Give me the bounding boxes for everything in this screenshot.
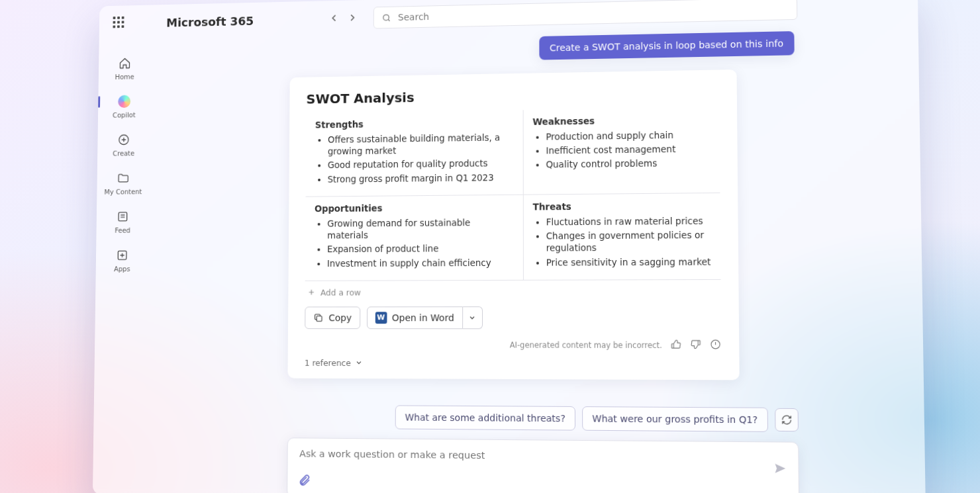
assistant-card: SWOT Analysis Strengths Offers sustainab…: [287, 69, 739, 380]
plus-icon: [307, 289, 315, 296]
rail-apps[interactable]: Apps: [114, 248, 130, 273]
open-in-word-button[interactable]: W Open in Word: [366, 306, 462, 329]
list-item: Strong gross profit margin in Q1 2023: [328, 171, 514, 185]
paperclip-icon: [298, 472, 311, 486]
card-actions: Copy W Open in Word: [305, 306, 721, 329]
composer: [287, 437, 799, 493]
rail-copilot[interactable]: Copilot: [113, 94, 136, 118]
alert-icon: [710, 338, 722, 349]
feed-icon: [116, 210, 130, 224]
rail-home-label: Home: [115, 73, 134, 81]
rail-copilot-label: Copilot: [113, 111, 136, 119]
rail-home[interactable]: Home: [115, 56, 135, 81]
word-icon: W: [375, 312, 387, 324]
copy-button-label: Copy: [328, 312, 352, 323]
search-input[interactable]: Search: [373, 0, 798, 29]
swot-weaknesses-cell: Weaknesses Production and supply chain I…: [523, 107, 720, 195]
svg-rect-2: [119, 212, 127, 221]
create-icon: [117, 132, 130, 147]
list-item: Price sensitivity in a sagging market: [546, 255, 711, 268]
rail-feed-label: Feed: [115, 226, 130, 234]
chevron-down-icon: [355, 359, 363, 367]
forward-button[interactable]: [348, 12, 357, 24]
chevron-down-icon: [468, 314, 476, 322]
swot-strengths-heading: Strengths: [315, 116, 514, 130]
thumbs-down-icon: [690, 338, 702, 349]
list-item: Growing demand for sustainable materials: [327, 216, 513, 242]
rail-mycontent-label: My Content: [104, 187, 142, 195]
folder-icon: [117, 171, 130, 185]
swot-weaknesses-heading: Weaknesses: [532, 114, 710, 127]
report-button[interactable]: [710, 338, 722, 351]
swot-threats-heading: Threats: [532, 200, 710, 212]
composer-input[interactable]: [298, 447, 765, 464]
card-title: SWOT Analysis: [306, 85, 719, 107]
add-row-button[interactable]: Add a row: [307, 287, 720, 297]
open-in-word-label: Open in Word: [392, 312, 454, 323]
thumbs-up-icon: [670, 338, 682, 349]
copilot-icon: [117, 95, 131, 109]
back-button[interactable]: [330, 13, 339, 25]
list-item: Expansion of product line: [327, 242, 514, 255]
suggestions-row: What are some additional threats? What w…: [395, 405, 799, 432]
refresh-icon: [781, 414, 793, 426]
open-in-word-split: W Open in Word: [366, 306, 482, 329]
copy-button[interactable]: Copy: [305, 306, 360, 329]
send-button[interactable]: [773, 461, 787, 478]
rail-feed[interactable]: Feed: [115, 210, 130, 234]
references-label: 1 reference: [305, 358, 351, 368]
svg-rect-4: [317, 316, 322, 321]
list-item: Good reputation for quality products: [328, 157, 514, 171]
list-item: Investment in supply chain efficiency: [327, 256, 514, 269]
send-icon: [773, 461, 787, 475]
swot-opportunities-heading: Opportunities: [315, 202, 514, 214]
home-icon: [118, 56, 132, 71]
suggestion-chip-2[interactable]: What were our gross profits in Q1?: [582, 406, 768, 432]
suggestion-chip-1[interactable]: What are some additional threats?: [395, 405, 575, 430]
list-item: Inefficient cost management: [546, 143, 710, 157]
thumbs-down-button[interactable]: [690, 338, 702, 351]
chat-pane: Create a SWOT analysis in loop based on …: [162, 28, 905, 493]
refresh-suggestions-button[interactable]: [775, 408, 799, 431]
copy-icon: [313, 312, 324, 323]
list-item: Offers sustainable building materials, a…: [328, 131, 514, 157]
app-window: Microsoft 365 Search Home: [93, 0, 926, 493]
rail-apps-label: Apps: [114, 265, 130, 273]
search-placeholder: Search: [398, 11, 429, 22]
left-rail: Home Copilot Create My Content: [96, 50, 151, 273]
rail-create-label: Create: [113, 149, 134, 157]
swot-strengths-cell: Strengths Offers sustainable building ma…: [306, 110, 523, 197]
svg-point-0: [383, 15, 389, 21]
open-in-word-dropdown[interactable]: [463, 306, 483, 329]
swot-threats-cell: Threats Fluctuations in raw material pri…: [523, 193, 721, 280]
add-row-label: Add a row: [320, 287, 361, 297]
swot-table: Strengths Offers sustainable building ma…: [305, 107, 721, 281]
brand-title: Microsoft 365: [166, 14, 254, 29]
rail-create[interactable]: Create: [113, 132, 134, 157]
references-toggle[interactable]: 1 reference: [305, 358, 722, 369]
swot-opportunities-cell: Opportunities Growing demand for sustain…: [305, 195, 523, 281]
svg-point-1: [119, 135, 128, 145]
app-launcher-icon[interactable]: [113, 17, 126, 31]
rail-mycontent[interactable]: My Content: [104, 171, 142, 195]
list-item: Fluctuations in raw material prices: [546, 214, 711, 228]
disclaimer-text: AI-generated content may be incorrect.: [510, 340, 662, 350]
user-message: Create a SWOT analysis in loop based on …: [539, 31, 795, 60]
attach-button[interactable]: [298, 472, 311, 488]
apps-icon: [115, 248, 129, 263]
card-footer: AI-generated content may be incorrect.: [305, 338, 721, 352]
list-item: Changes in government policies or regula…: [546, 229, 711, 254]
search-icon: [382, 13, 392, 22]
nav-arrows: [330, 12, 357, 24]
list-item: Production and supply chain: [546, 128, 710, 143]
list-item: Quality control problems: [546, 157, 710, 171]
thumbs-up-button[interactable]: [670, 338, 682, 351]
